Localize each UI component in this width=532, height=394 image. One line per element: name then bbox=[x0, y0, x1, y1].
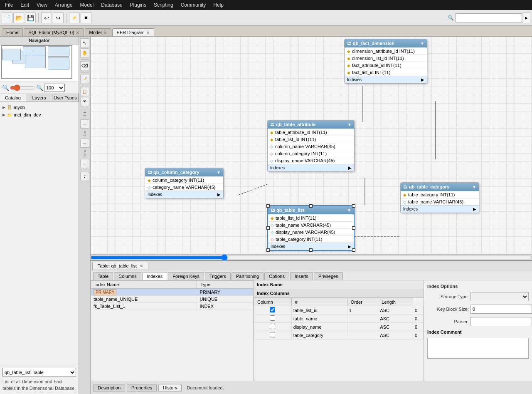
handle-br[interactable] bbox=[352, 248, 355, 252]
eer-table-qb-table-category[interactable]: 🗂 qb_table_category ▼ ◆ table_category I… bbox=[400, 182, 479, 213]
inner-tab-triggers[interactable]: Triggers bbox=[205, 272, 231, 280]
idx-col-check-3[interactable] bbox=[254, 331, 292, 339]
idx-col-checkbox-0[interactable] bbox=[270, 307, 275, 312]
handle-mr[interactable] bbox=[352, 226, 355, 230]
idx-col-row-2[interactable]: display_name ASC 0 bbox=[254, 323, 424, 331]
handle-tl[interactable] bbox=[266, 204, 270, 208]
status-tab-properties[interactable]: Properties bbox=[127, 384, 157, 392]
status-tab-description[interactable]: Description bbox=[93, 384, 125, 392]
tab-sql-editor-close[interactable]: ✕ bbox=[76, 30, 79, 35]
eer-table-qb-column-category[interactable]: 🗂 qb_column_category ▼ ◆ column_category… bbox=[145, 168, 224, 198]
item-select[interactable]: qb_table_list: Table bbox=[2, 368, 76, 377]
eer-footer-tattr[interactable]: Indexes▶ bbox=[268, 164, 354, 171]
idx-col-check-2[interactable] bbox=[254, 323, 292, 331]
save-button[interactable]: 💾 bbox=[25, 12, 36, 23]
handle-tr[interactable] bbox=[352, 204, 355, 208]
zoom-out-icon[interactable]: 🔍 bbox=[2, 84, 9, 92]
menu-arrange[interactable]: Arrange bbox=[52, 1, 76, 9]
lp-tab-user-types[interactable]: User Types bbox=[52, 94, 79, 102]
bottom-tab-table[interactable]: Table: qb_table_list ✕ bbox=[92, 262, 148, 270]
inner-tab-indexes[interactable]: Indexes bbox=[142, 272, 167, 280]
index-comment-textarea[interactable] bbox=[427, 338, 529, 359]
tab-sql-editor[interactable]: SQL Editor (MySQL-0) ✕ bbox=[24, 28, 84, 36]
menu-plugins[interactable]: Plugins bbox=[127, 1, 150, 9]
canvas-hscroll-input[interactable] bbox=[91, 254, 532, 260]
idx-col-checkbox-2[interactable] bbox=[270, 324, 275, 329]
storage-type-select[interactable] bbox=[470, 292, 529, 301]
eer-canvas[interactable]: 🗂 qb_fact_dimension ▼ ◆ dimension_attrib… bbox=[91, 37, 532, 254]
inner-tab-columns[interactable]: Columns bbox=[114, 272, 141, 280]
handle-bc[interactable] bbox=[309, 248, 313, 252]
lp-tab-layers[interactable]: Layers bbox=[26, 94, 52, 102]
tab-eer-diagram-close[interactable]: ✕ bbox=[146, 30, 150, 35]
relation-1-n-button[interactable]: — bbox=[80, 139, 89, 148]
menu-edit[interactable]: Edit bbox=[17, 1, 32, 9]
zoom-select[interactable]: 100 75 50 150 200 bbox=[44, 84, 65, 92]
tab-model[interactable]: Model ✕ bbox=[85, 28, 111, 36]
inner-tab-partitioning[interactable]: Partitioning bbox=[232, 272, 264, 280]
inner-tab-foreign-keys[interactable]: Foreign Keys bbox=[168, 272, 204, 280]
menu-database[interactable]: Database bbox=[98, 1, 126, 9]
menu-model[interactable]: Model bbox=[77, 1, 97, 9]
idx-col-row-3[interactable]: table_category ASC 0 bbox=[254, 331, 424, 339]
status-tab-history[interactable]: History bbox=[158, 384, 182, 392]
tab-model-close[interactable]: ✕ bbox=[103, 30, 107, 35]
eraser-tool-button[interactable]: ⌫ bbox=[80, 61, 89, 70]
handle-bl[interactable] bbox=[266, 248, 270, 252]
view-tool-button[interactable]: 👁 bbox=[80, 97, 89, 106]
inner-tab-privileges[interactable]: Privileges bbox=[314, 272, 343, 280]
bottom-tab-close[interactable]: ✕ bbox=[140, 264, 143, 268]
select-tool-button[interactable]: ↖ bbox=[80, 38, 89, 47]
eer-dropdown-tlist[interactable]: ▼ bbox=[347, 208, 351, 213]
exec-button[interactable]: ⚡ bbox=[69, 12, 80, 23]
relation-ext-button[interactable]: ⤴ bbox=[80, 172, 89, 181]
inner-tab-options[interactable]: Options bbox=[264, 272, 289, 280]
idx-col-check-0[interactable] bbox=[254, 306, 292, 315]
lp-tab-catalog[interactable]: Catalog bbox=[0, 94, 26, 102]
index-row-primary[interactable]: PRIMARY PRIMARY bbox=[91, 289, 253, 296]
eer-dropdown-tattr[interactable]: ▼ bbox=[347, 122, 352, 127]
inner-tab-table[interactable]: Table bbox=[93, 272, 113, 280]
eer-table-qb-fact-dimension[interactable]: 🗂 qb_fact_dimension ▼ ◆ dimension_attrib… bbox=[344, 39, 427, 84]
inner-tab-inserts[interactable]: Inserts bbox=[290, 272, 313, 280]
note-tool-button[interactable]: 📝 bbox=[80, 74, 89, 83]
relation-n-m-button[interactable]: — bbox=[80, 159, 89, 168]
idx-col-checkbox-1[interactable] bbox=[270, 315, 275, 321]
idx-col-row-0[interactable]: table_list_id 1 ASC 0 bbox=[254, 306, 424, 315]
undo-button[interactable]: ↩ bbox=[41, 12, 52, 23]
open-button[interactable]: 📂 bbox=[13, 12, 24, 23]
relation-1-1-button[interactable]: — bbox=[80, 119, 89, 129]
eer-footer-colcat[interactable]: Indexes▶ bbox=[145, 191, 223, 198]
menu-community[interactable]: Community bbox=[177, 1, 209, 9]
index-row-fk[interactable]: fk_Table_List_1 INDEX bbox=[91, 303, 253, 310]
tree-item-mei-dim-dev[interactable]: ▶ 📁 mei_dim_dev bbox=[2, 111, 77, 119]
menu-scripting[interactable]: Scripting bbox=[150, 1, 177, 9]
eer-dropdown-tcat[interactable]: ▼ bbox=[472, 185, 476, 189]
eer-footer-tcat[interactable]: Indexes▶ bbox=[401, 205, 479, 213]
menu-help[interactable]: Help bbox=[210, 1, 227, 9]
redo-button[interactable]: ↪ bbox=[53, 12, 64, 23]
eer-dropdown-fact[interactable]: ▼ bbox=[420, 41, 424, 46]
idx-col-checkbox-3[interactable] bbox=[270, 332, 275, 337]
eer-table-qb-table-attribute[interactable]: 🗂 qb_table_attribute ▼ ◆ table_attribute… bbox=[267, 120, 355, 172]
zoom-in-icon[interactable]: 🔍 bbox=[36, 84, 43, 92]
handle-ml[interactable] bbox=[266, 226, 270, 230]
menu-view[interactable]: View bbox=[33, 1, 51, 9]
table-tool-button[interactable]: 📋 bbox=[80, 87, 89, 96]
new-button[interactable]: 📄 bbox=[2, 12, 12, 23]
key-block-input[interactable] bbox=[470, 305, 532, 314]
idx-col-row-1[interactable]: table_name ASC 0 bbox=[254, 315, 424, 323]
tab-eer-diagram[interactable]: EER Diagram ✕ bbox=[112, 28, 154, 36]
search-input[interactable] bbox=[456, 13, 522, 22]
parser-input[interactable] bbox=[470, 317, 532, 326]
eer-dropdown-colcat[interactable]: ▼ bbox=[217, 170, 221, 175]
idx-col-check-1[interactable] bbox=[254, 315, 292, 323]
search-submit-button[interactable]: ▶ bbox=[522, 12, 530, 23]
eer-footer-fact[interactable]: Indexes▶ bbox=[345, 76, 427, 83]
eer-table-qb-table-list[interactable]: 🗂 qb_table_list ▼ ◆ table_list_id INT(11… bbox=[267, 205, 355, 251]
tab-home[interactable]: Home bbox=[2, 28, 23, 36]
menu-file[interactable]: File bbox=[2, 1, 16, 9]
tree-item-mydb[interactable]: ▶ 🗄 mydb bbox=[2, 104, 77, 111]
zoom-slider[interactable] bbox=[10, 85, 35, 90]
index-row-unique[interactable]: table_name_UNIQUE UNIQUE bbox=[91, 296, 253, 303]
